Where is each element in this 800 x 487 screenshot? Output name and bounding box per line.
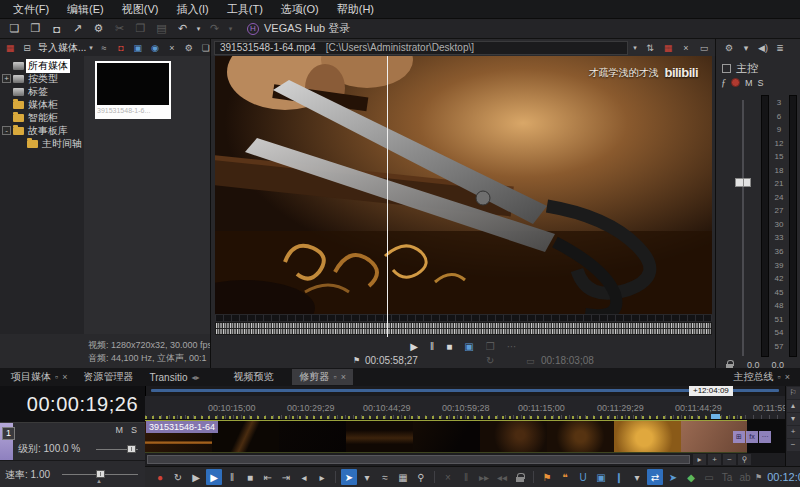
next-frame-button[interactable]: ▸: [314, 469, 330, 485]
timeline-ruler[interactable]: 00:10:15;0000:10:29;2900:10:44;2900:10:5…: [145, 396, 785, 420]
paste-icon[interactable]: ▤: [152, 21, 171, 37]
settings-icon[interactable]: ⚙: [722, 40, 736, 55]
track-mute-button[interactable]: M: [115, 425, 123, 435]
play-button[interactable]: ▶: [206, 469, 222, 485]
speaker-icon[interactable]: ◀): [756, 40, 770, 55]
clip-thumbnail[interactable]: [346, 421, 413, 452]
pause-button[interactable]: ‖: [430, 341, 434, 352]
split-button[interactable]: ×: [440, 469, 456, 485]
close-icon[interactable]: [785, 372, 790, 382]
rate-slider-handle[interactable]: [96, 470, 105, 478]
timecode-display[interactable]: 00:00:19;26: [0, 386, 145, 422]
more-buttons-icon[interactable]: ⋯: [507, 341, 517, 352]
play-button[interactable]: ▶: [410, 341, 418, 352]
menu-file[interactable]: 文件(F): [4, 0, 58, 18]
stop-button[interactable]: ■: [242, 469, 258, 485]
redo-dropdown-icon[interactable]: ▾: [226, 21, 235, 37]
cut-icon[interactable]: ✂: [110, 21, 129, 37]
zoom-out-track-icon[interactable]: −: [787, 439, 800, 451]
previous-frame-button[interactable]: ◂: [296, 469, 312, 485]
selection-tool-button[interactable]: ▦: [395, 469, 411, 485]
publish-icon[interactable]: ↗: [68, 21, 87, 37]
go-to-start-button[interactable]: ⇤: [260, 469, 276, 485]
normal-edit-tool-button[interactable]: ➤: [665, 469, 681, 485]
tool-dropdown-icon[interactable]: ▾: [359, 469, 375, 485]
clip-thumbnail[interactable]: [614, 421, 681, 452]
tab-video-preview[interactable]: 视频预览: [226, 369, 280, 385]
get-photo-icon[interactable]: ▣: [130, 40, 146, 55]
insert-marker-button[interactable]: ⚑: [539, 469, 555, 485]
menu-insert[interactable]: 插入(I): [167, 0, 217, 18]
undo-dropdown-icon[interactable]: ▾: [194, 21, 203, 37]
menu-options[interactable]: 选项(O): [272, 0, 328, 18]
pin-icon[interactable]: [333, 372, 336, 382]
level-slider-handle[interactable]: [127, 445, 136, 453]
zoom-out-time-icon[interactable]: −: [723, 454, 736, 465]
collapse-icon[interactable]: ▾: [739, 40, 753, 55]
media-fx-icon[interactable]: ≈: [96, 40, 112, 55]
tree-item-media-bins[interactable]: 媒体柜: [0, 98, 84, 111]
typing-icon[interactable]: ab: [737, 469, 753, 485]
mixer-icon[interactable]: ≣: [773, 40, 787, 55]
media-bins-icon[interactable]: ▦: [2, 40, 18, 55]
snap-dropdown-icon[interactable]: ▾: [629, 469, 645, 485]
new-project-icon[interactable]: ❏: [5, 21, 24, 37]
split-screen-view-icon[interactable]: ▣: [464, 341, 473, 352]
timeline-horizontal-scrollbar[interactable]: ▸+−⚲: [145, 453, 785, 466]
pause-button[interactable]: ‖: [224, 469, 240, 485]
trimmer-cursor-line[interactable]: [387, 56, 388, 314]
capture-video-icon[interactable]: ◘: [113, 40, 129, 55]
trimmer-cursor-time[interactable]: 00:05:58;27: [365, 355, 418, 366]
tab-transitions[interactable]: Transitio ◂▸: [142, 369, 206, 385]
external-monitor-icon[interactable]: ▭: [696, 40, 712, 55]
envelope-tool-button[interactable]: ≈: [377, 469, 393, 485]
edit-tool-button[interactable]: ➤: [341, 469, 357, 485]
insert-command-button[interactable]: U: [575, 469, 591, 485]
expander-icon[interactable]: -: [2, 126, 11, 135]
zoom-tool-icon[interactable]: ⚲: [738, 454, 751, 465]
ruler-cursor-marker[interactable]: [711, 414, 720, 419]
media-marker-button[interactable]: ▣: [593, 469, 609, 485]
master-solo-button[interactable]: S: [758, 78, 764, 88]
copy-snapshot-icon[interactable]: ❐: [486, 341, 495, 352]
remove-all-icon[interactable]: ×: [164, 40, 180, 55]
trim-start-icon[interactable]: ‖: [458, 469, 474, 485]
record-button[interactable]: ●: [152, 469, 168, 485]
pin-icon[interactable]: [55, 372, 58, 382]
tab-project-media[interactable]: 项目媒体: [4, 369, 74, 385]
vegas-hub-button[interactable]: H VEGAS Hub 登录: [247, 21, 350, 36]
expander-icon[interactable]: +: [2, 74, 11, 83]
text-tool-icon[interactable]: Ta: [719, 469, 735, 485]
combo-dropdown-icon[interactable]: ▾: [630, 40, 640, 55]
tab-master-bus[interactable]: 主控总线: [727, 369, 797, 385]
event-pan-crop-button[interactable]: ⊞: [733, 431, 745, 443]
tab-explorer[interactable]: 资源管理器: [76, 369, 140, 385]
event-more-button[interactable]: ⋯: [759, 431, 771, 443]
overview-scroll-thumb[interactable]: [151, 389, 779, 392]
event-fx-button[interactable]: fx: [746, 431, 758, 443]
media-manager-icon[interactable]: ▦: [660, 40, 676, 55]
scroll-up-icon[interactable]: ▴: [787, 400, 800, 412]
close-icon[interactable]: [62, 372, 67, 382]
play-from-start-button[interactable]: ▶: [188, 469, 204, 485]
stop-button[interactable]: ■: [446, 341, 452, 352]
clip-thumbnail[interactable]: [212, 421, 279, 452]
media-properties-icon[interactable]: ⚙: [181, 40, 197, 55]
timeline-overview-scrollbar[interactable]: +12:04:09: [145, 386, 785, 396]
clip-thumbnail[interactable]: [480, 421, 547, 452]
media-thumbnail[interactable]: 391531548-1-6...: [95, 61, 171, 119]
trimmer-audio-waveform[interactable]: [215, 322, 712, 335]
clip-thumbnail[interactable]: [279, 421, 346, 452]
undo-icon[interactable]: ↶: [173, 21, 192, 37]
lock-icon[interactable]: [512, 469, 528, 485]
master-fader-handle[interactable]: [735, 178, 751, 187]
bus-fx-button[interactable]: ƒ: [721, 77, 726, 88]
tree-item-main-timeline[interactable]: 主时间轴: [0, 137, 84, 150]
close-icon[interactable]: [341, 372, 346, 382]
tree-item-by-type[interactable]: + 按类型: [0, 72, 84, 85]
tree-item-storyboards[interactable]: - 故事板库: [0, 124, 84, 137]
pin-icon[interactable]: [778, 372, 781, 382]
extract-audio-icon[interactable]: ◉: [147, 40, 163, 55]
tree-item-tags[interactable]: 标签: [0, 85, 84, 98]
insert-region-button[interactable]: ❝: [557, 469, 573, 485]
